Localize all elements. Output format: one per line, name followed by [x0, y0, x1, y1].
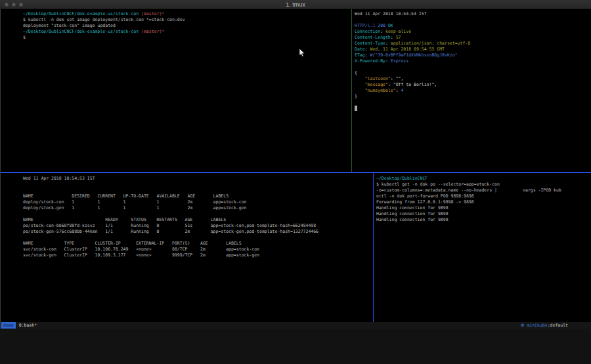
pane-top-left-shell[interactable]: ~/Desktop/DublinCNCF/dok-example-us/stoc…	[1, 9, 351, 172]
tmux-window-label[interactable]: 0:bash*	[19, 323, 37, 328]
zoom-button[interactable]	[19, 3, 23, 7]
terminal-line: Content-Type: application/json; charset=…	[355, 41, 590, 47]
terminal-line	[23, 235, 371, 241]
tmux-session-name[interactable]: demo	[1, 322, 16, 329]
terminal-line: NAME TYPE CLUSTER-IP EXTERNAL-IP PORT(S)…	[23, 241, 371, 247]
terminal-line: "lastseen": "",	[355, 76, 590, 82]
terminal-line	[355, 17, 590, 23]
terminal-line: Wed 11 Apr 2018 10:54:53 IST	[23, 176, 371, 182]
terminal-line: svc/stock-gen ClusterIP 10.109.3.177 <no…	[23, 253, 371, 258]
terminal-line: deployment "stock-con" image updated	[23, 23, 349, 29]
kube-namespace: :default	[548, 323, 568, 328]
pane-bottom-right-port-forward[interactable]: ~/Desktop/DublinCNCF$ kubectl get -n dok…	[375, 173, 591, 322]
terminal-line: NAME DESIRED CURRENT UP-TO-DATE AVAILABL…	[23, 193, 371, 199]
terminal-line: po/stock-gen-576cc688bb-44kmn 1/1 Runnin…	[23, 229, 371, 235]
kube-cluster-name: minikube	[527, 323, 547, 328]
terminal-line	[355, 100, 590, 106]
window-titlebar[interactable]: 1. tmux	[0, 0, 591, 9]
pane-top-right-http-response[interactable]: Wed 11 Apr 2018 10:54:54 IST HTTP/1.1 20…	[353, 9, 591, 172]
window-title: 1. tmux	[0, 0, 591, 9]
tmux-status-right: ☸ minikube:default	[521, 322, 568, 329]
terminal-line: Connection: keep-alive	[355, 29, 590, 35]
terminal-line: $ kubectl get -n dok po --selector=app=s…	[376, 182, 590, 188]
terminal-line: Wed 11 Apr 2018 10:54:54 IST	[355, 11, 590, 17]
terminal-line: ~/Desktop/DublinCNCF/dok-example-us/stoc…	[23, 11, 349, 17]
pane-bottom-left-kubectl-watch[interactable]: Wed 11 Apr 2018 10:54:53 IST NAME DESIRE…	[1, 173, 372, 322]
terminal-line: }	[355, 94, 590, 100]
terminal-cursor	[355, 106, 357, 111]
terminal-line	[355, 64, 590, 70]
terminal-line: Date: Wed, 11 Apr 2018 09:54:55 GMT	[355, 47, 590, 52]
terminal-line: Handling connection for 9898	[376, 211, 590, 217]
terminal-line: Content-Length: 57	[355, 35, 590, 41]
pane-divider-vertical-bottom[interactable]	[373, 173, 374, 322]
minimize-button[interactable]	[12, 3, 16, 7]
mouse-pointer-icon	[299, 49, 305, 57]
desktop-background	[0, 329, 591, 364]
terminal-line	[23, 182, 371, 188]
close-button[interactable]	[5, 3, 9, 7]
terminal-line: $	[23, 35, 349, 41]
terminal-line: $ kubectl -n dok set image deployment/st…	[23, 17, 349, 23]
terminal-line: ectl -n dok port-forward POD 9898:9898	[376, 193, 590, 199]
terminal-line: NAME READY STATUS RESTARTS AGE LABELS	[23, 217, 371, 223]
terminal-line: po/stock-con-bb68f88fd-kzsxz 1/1 Running…	[23, 223, 371, 229]
terminal-line: ~/Desktop/DublinCNCF/dok-example-us/stoc…	[23, 29, 349, 35]
terminal-line: "numsymbols": 4	[355, 88, 590, 94]
terminal-line: ETag: W/"39-0xBPf9aF1dXVNkhsxoBQgJ8vKzo"	[355, 52, 590, 58]
terminal-line: deploy/stock-con 1 1 1 1 2m app=stock-co…	[23, 199, 371, 205]
terminal-line: -o=custom-columns=:metadata.name --no-he…	[376, 188, 590, 193]
terminal-line: "message": "Off to Berlin!",	[355, 82, 590, 88]
terminal-window: ~/Desktop/DublinCNCF/dok-example-us/stoc…	[0, 9, 591, 329]
terminal-line	[355, 106, 590, 111]
traffic-lights	[5, 3, 23, 7]
kubernetes-icon: ☸	[521, 323, 525, 328]
terminal-line: Forwarding from 127.0.0.1:9898 -> 9898	[376, 199, 590, 205]
terminal-line: ~/Desktop/DublinCNCF	[376, 176, 590, 182]
tmux-status-bar: demo0:bash* ☸ minikube:default	[1, 322, 591, 329]
terminal-line: Handling connection for 9898	[376, 217, 590, 223]
terminal-line: Handling connection for 9898	[376, 205, 590, 211]
terminal-line	[23, 188, 371, 193]
terminal-line: svc/stock-con ClusterIP 10.106.78.249 <n…	[23, 247, 371, 253]
pane-divider-vertical-top[interactable]	[351, 9, 352, 172]
screen: 1. tmux ~/Desktop/DublinCNCF/dok-example…	[0, 0, 591, 364]
terminal-line: deploy/stock-gen 1 1 1 1 2m app=stock-ge…	[23, 205, 371, 211]
terminal-line: X-Powered-By: Express	[355, 58, 590, 64]
terminal-line: {	[355, 70, 590, 76]
terminal-line	[23, 211, 371, 217]
terminal-line: HTTP/1.1 200 OK	[355, 23, 590, 29]
